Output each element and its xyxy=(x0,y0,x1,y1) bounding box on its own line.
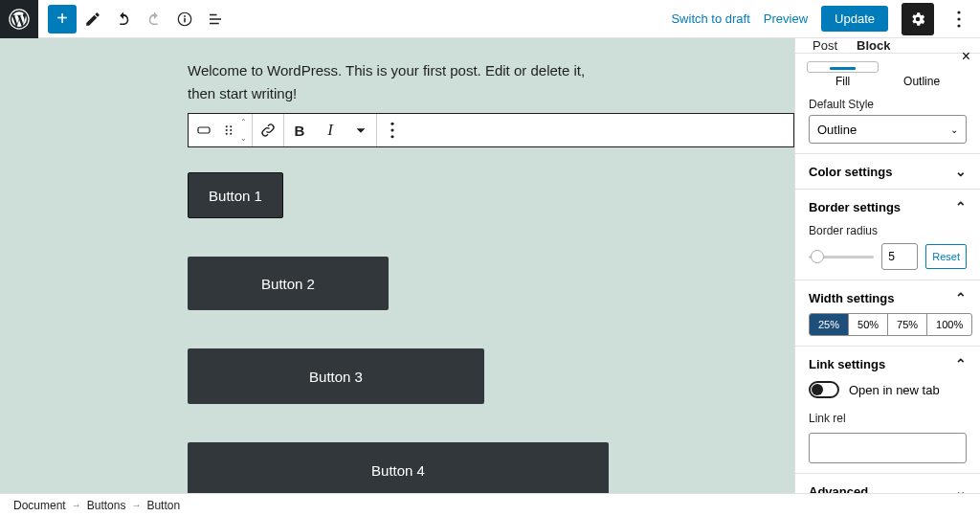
svg-point-13 xyxy=(230,133,232,135)
chevron-up-icon: ⌃ xyxy=(955,356,967,371)
tab-block[interactable]: Block xyxy=(847,38,900,53)
preview-link[interactable]: Preview xyxy=(764,11,808,26)
open-new-tab-toggle[interactable] xyxy=(809,381,839,398)
edit-icon[interactable] xyxy=(78,5,107,34)
bold-button[interactable]: B xyxy=(284,114,315,146)
crumb-button[interactable]: Button xyxy=(146,499,180,512)
border-radius-label: Border radius xyxy=(809,224,967,237)
svg-point-12 xyxy=(226,133,228,135)
block-type-icon[interactable] xyxy=(189,114,219,146)
demo-button-2[interactable]: Button 2 xyxy=(188,257,389,310)
svg-point-14 xyxy=(390,123,393,125)
default-style-select[interactable]: Outline ⌄ xyxy=(809,115,967,144)
style-outline[interactable]: Outline xyxy=(903,75,940,88)
svg-point-6 xyxy=(957,24,960,27)
open-new-tab-label: Open in new tab xyxy=(849,383,940,397)
info-icon[interactable] xyxy=(170,5,199,34)
svg-point-11 xyxy=(230,129,232,131)
intro-text[interactable]: Welcome to WordPress. This is your first… xyxy=(188,59,590,105)
svg-point-2 xyxy=(184,15,186,17)
add-block-button[interactable]: + xyxy=(48,5,77,34)
svg-rect-3 xyxy=(184,17,186,22)
more-format-icon[interactable] xyxy=(345,114,376,146)
redo-icon[interactable] xyxy=(140,5,168,34)
width-100[interactable]: 100% xyxy=(927,314,971,335)
italic-button[interactable]: I xyxy=(315,114,345,146)
svg-point-4 xyxy=(957,11,960,13)
ellipsis-icon xyxy=(957,11,961,28)
wordpress-icon xyxy=(9,9,30,30)
chevron-down-icon: ⌄ xyxy=(950,124,958,135)
more-icon[interactable] xyxy=(377,114,408,146)
svg-point-16 xyxy=(390,135,393,138)
style-fill[interactable]: Fill xyxy=(835,75,850,88)
chevron-down-icon: ⌄ xyxy=(955,483,967,493)
demo-button-3[interactable]: Button 3 xyxy=(188,348,484,404)
width-50[interactable]: 50% xyxy=(849,314,888,335)
link-rel-input[interactable] xyxy=(809,433,967,463)
border-radius-slider[interactable] xyxy=(809,256,874,258)
border-settings-panel[interactable]: Border settings ⌃ xyxy=(809,199,967,214)
block-toolbar: ⌃⌄ B I xyxy=(188,113,794,147)
link-settings-panel[interactable]: Link settings ⌃ xyxy=(809,356,967,371)
link-icon[interactable] xyxy=(253,114,283,146)
undo-icon[interactable] xyxy=(109,5,138,34)
update-button[interactable]: Update xyxy=(821,6,888,32)
demo-button-1[interactable]: Button 1 xyxy=(188,172,283,218)
chevron-up-icon: ⌃ xyxy=(955,199,967,214)
move-down-icon[interactable]: ⌄ xyxy=(234,130,252,146)
svg-point-10 xyxy=(226,129,228,131)
chevron-up-icon: ⌃ xyxy=(955,290,967,305)
width-settings-panel[interactable]: Width settings ⌃ xyxy=(809,290,967,305)
breadcrumb: Document → Buttons → Button xyxy=(0,493,980,516)
svg-point-8 xyxy=(226,125,228,127)
gear-icon xyxy=(909,11,926,28)
move-up-icon[interactable]: ⌃ xyxy=(234,114,252,130)
switch-draft-link[interactable]: Switch to draft xyxy=(671,11,749,26)
color-settings-panel[interactable]: Color settings ⌄ xyxy=(809,164,967,179)
default-style-label: Default Style xyxy=(809,98,967,111)
tab-post[interactable]: Post xyxy=(803,38,847,53)
more-options-button[interactable] xyxy=(947,3,970,35)
crumb-document[interactable]: Document xyxy=(13,499,66,512)
width-75[interactable]: 75% xyxy=(888,314,927,335)
svg-point-9 xyxy=(230,125,232,127)
svg-point-15 xyxy=(390,128,393,131)
link-rel-label: Link rel xyxy=(809,412,967,425)
advanced-panel[interactable]: Advanced ⌄ xyxy=(809,483,967,493)
outline-icon[interactable] xyxy=(201,5,230,34)
border-radius-value[interactable]: 5 xyxy=(881,243,918,270)
close-sidebar-icon[interactable]: × xyxy=(962,48,970,65)
crumb-buttons[interactable]: Buttons xyxy=(87,499,126,512)
settings-button[interactable] xyxy=(902,3,934,35)
demo-button-4[interactable]: Button 4 xyxy=(188,442,609,493)
chevron-down-icon: ⌄ xyxy=(955,164,967,179)
svg-rect-7 xyxy=(198,127,210,133)
reset-button[interactable]: Reset xyxy=(925,244,967,269)
width-25[interactable]: 25% xyxy=(810,314,849,335)
svg-point-5 xyxy=(957,17,960,20)
wp-logo[interactable] xyxy=(0,0,38,38)
